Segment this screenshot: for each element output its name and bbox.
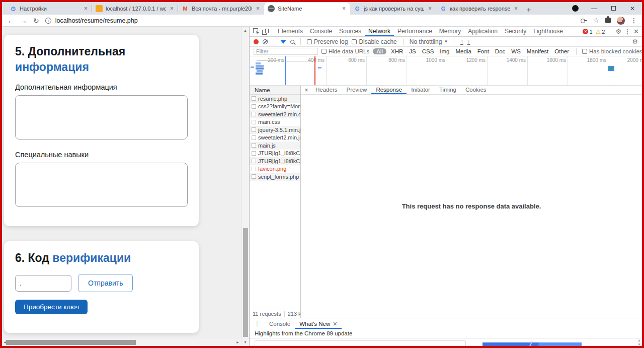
address-bar[interactable]: i localhost/resume/resume.php [45,17,575,24]
import-har-icon[interactable]: ↑ [460,39,463,45]
detail-tab[interactable]: Cookies [461,86,491,94]
type-filter-chip[interactable]: Other [553,48,571,54]
name-column-header[interactable]: Name [250,86,300,95]
blocked-cookies-checkbox[interactable]: Has blocked cookies [582,48,642,54]
inspect-element-icon[interactable] [252,28,261,36]
browser-tab[interactable]: SiteName × [264,3,350,15]
preserve-log-checkbox[interactable]: Preserve log [307,38,348,45]
new-tab-button[interactable]: + [522,4,535,15]
profile-avatar[interactable] [617,17,625,25]
devtools-close-icon[interactable]: ✕ [633,28,639,35]
page-info-icon[interactable]: i [45,18,51,24]
type-filter-chip[interactable]: WS [510,48,522,54]
buy-key-button[interactable]: Приобрести ключ [15,300,88,314]
filter-funnel-icon[interactable] [280,40,286,44]
tab-close-icon[interactable]: × [83,5,89,12]
drawer-tab[interactable]: Console ✕ [265,319,295,329]
scroll-right-icon[interactable]: ► [236,340,239,344]
scroll-up-icon[interactable]: ▲ [242,29,249,32]
drawer-scrollbar[interactable]: ▲ ▼ [636,338,642,346]
detail-tab[interactable]: Response [371,86,407,94]
drawer-menu-icon[interactable]: ⋮ [250,320,265,327]
tab-close-icon[interactable]: × [427,5,433,12]
type-filter-chip[interactable]: Media [454,48,473,54]
error-badge[interactable]: ✕ 1 [583,29,592,35]
search-icon[interactable] [290,40,294,44]
minimize-button[interactable]: — [585,2,604,15]
warning-badge[interactable]: ⚠ 2 [596,28,605,35]
browser-tab[interactable]: Вся почта - mr.purple2007@gm × [178,3,264,15]
reload-icon[interactable]: ↻ [33,17,39,24]
browser-tab[interactable]: localhost / 127.0.0.1 / work / cod × [92,3,178,15]
vscroll-thumb[interactable] [243,228,248,337]
request-row[interactable]: jquery-3.5.1.min.js [250,126,300,134]
throttling-select[interactable]: No throttling ▼ [410,38,448,45]
type-filter-chip[interactable]: All [373,48,386,54]
field-textarea[interactable] [15,163,188,207]
request-row[interactable]: css2?family=Monts… [250,103,300,111]
request-row[interactable]: main.js [250,142,300,150]
type-filter-chip[interactable]: JS [408,48,417,54]
detail-tab[interactable]: Preview [342,86,371,94]
hide-data-urls-checkbox[interactable]: Hide data URLs [321,48,369,54]
detail-tab[interactable]: Timing [435,86,461,94]
type-filter-chip[interactable]: Doc [494,48,507,54]
network-overview[interactable]: 200 ms400 ms600 ms800 ms1000 ms1200 ms14… [250,56,642,86]
request-row[interactable]: sweetalert2.min.js [250,134,300,142]
network-settings-icon[interactable]: ⚙ [632,38,642,45]
request-row[interactable]: sweetalert2.min.css [250,110,300,118]
devtools-settings-icon[interactable]: ⚙ [615,28,621,35]
type-filter-chip[interactable]: XHR [389,48,405,54]
drawer-tab-close-icon[interactable]: ✕ [333,319,337,329]
request-row[interactable]: resume.php [250,95,300,103]
clear-icon[interactable] [263,39,268,44]
close-detail-icon[interactable]: × [302,87,311,94]
disable-cache-checkbox[interactable]: Disable cache [352,38,396,45]
devtools-tab[interactable]: Console [306,27,336,36]
field-textarea[interactable] [15,95,188,140]
tab-close-icon[interactable]: × [341,5,347,12]
devtools-tab[interactable]: Network [365,27,394,36]
send-button[interactable]: Отправить [78,274,133,292]
tab-close-icon[interactable]: × [513,5,519,12]
forward-icon[interactable]: → [20,17,27,24]
tab-close-icon[interactable]: × [255,5,261,12]
type-filter-chip[interactable]: Img [438,48,451,54]
devtools-tab[interactable]: Lighthouse [530,27,567,36]
password-key-icon[interactable] [581,19,587,22]
browser-tab[interactable]: как проверить response data в × [436,3,522,15]
devtools-tab[interactable]: Application [464,27,501,36]
browser-menu-icon[interactable]: ⋮ [631,17,637,24]
detail-tab[interactable]: Initiator [407,86,435,94]
scroll-down-icon[interactable]: ▼ [242,340,249,344]
media-indicator-icon[interactable] [566,2,585,15]
maximize-button[interactable] [604,2,623,15]
url-text[interactable]: localhost/resume/resume.php [55,17,138,24]
browser-tab[interactable]: Настройки × [6,3,92,15]
request-row[interactable]: JTURjIg1_i6t8kCHK… [250,150,300,158]
record-icon[interactable] [254,39,259,44]
filter-input[interactable] [254,48,318,55]
detail-tab[interactable]: Headers [311,86,342,94]
tab-close-icon[interactable]: × [169,5,175,12]
bookmark-star-icon[interactable]: ☆ [593,17,599,24]
export-har-icon[interactable]: ↓ [467,39,470,45]
type-filter-chip[interactable]: CSS [421,48,436,54]
devtools-tab[interactable]: Security [501,27,530,36]
devtools-tab[interactable]: Elements [274,27,306,36]
whats-new-link[interactable]: Debugging support for Trusted Type viola… [260,345,460,346]
request-row[interactable]: script_forms.php [250,173,300,181]
devtools-menu-icon[interactable]: ⋮ [624,28,630,35]
horizontal-scrollbar[interactable]: ◄ ► [2,339,241,346]
extensions-icon[interactable] [605,18,611,23]
devtools-tab[interactable]: Performance [394,27,436,36]
drawer-tab[interactable]: What's New ✕ [295,319,342,329]
back-icon[interactable]: ← [7,17,14,24]
type-filter-chip[interactable]: Font [476,48,491,54]
request-row[interactable]: favicon.png [250,165,300,173]
device-toolbar-icon[interactable] [261,28,270,36]
request-row[interactable]: main.css [250,118,300,126]
devtools-tab[interactable]: Memory [436,27,464,36]
browser-tab[interactable]: js как проверить на существова × [350,3,436,15]
close-window-button[interactable]: ✕ [623,2,642,15]
